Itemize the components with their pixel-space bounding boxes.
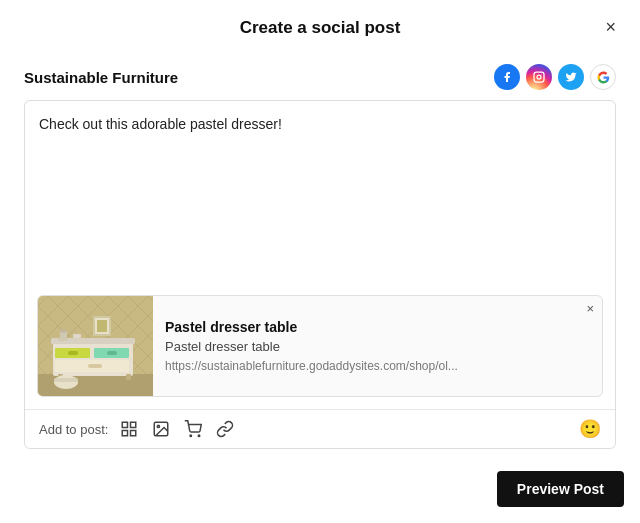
svg-point-2 [541,74,542,75]
post-compose-box[interactable]: Check out this adorable pastel dresser! [24,100,616,449]
product-info: Pastel dresser table Pastel dresser tabl… [153,296,602,396]
product-subtitle: Pastel dresser table [165,339,574,354]
facebook-icon[interactable] [494,64,520,90]
toolbar-icons [118,418,236,440]
svg-rect-28 [123,431,128,436]
cart-icon[interactable] [182,418,204,440]
close-button[interactable]: × [599,16,622,38]
svg-rect-14 [88,364,102,368]
product-card: Pastel dresser table Pastel dresser tabl… [37,295,603,397]
svg-rect-25 [54,378,78,382]
add-to-post-label: Add to post: [39,422,108,437]
svg-rect-29 [131,431,136,436]
svg-rect-12 [107,351,117,355]
svg-rect-27 [131,422,136,427]
svg-point-33 [199,435,201,437]
product-image [38,296,153,396]
svg-rect-16 [126,374,131,380]
post-text-content: Check out this adorable pastel dresser! [39,116,282,132]
svg-rect-23 [97,320,107,332]
product-title: Pastel dresser table [165,319,574,335]
emoji-button[interactable]: 🙂 [579,418,601,440]
svg-rect-0 [534,72,544,82]
brand-row: Sustainable Furniture [24,64,616,90]
svg-point-19 [60,330,67,333]
link-icon[interactable] [214,418,236,440]
add-to-post-group: Add to post: [39,418,236,440]
instagram-icon[interactable] [526,64,552,90]
svg-rect-20 [73,334,81,338]
google-icon[interactable] [590,64,616,90]
post-text-area[interactable]: Check out this adorable pastel dresser! [25,101,615,287]
modal-header: Create a social post × [0,0,640,52]
preview-post-button[interactable]: Preview Post [497,471,624,507]
toolbar-row: Add to post: [25,409,615,448]
svg-rect-26 [123,422,128,427]
social-icons-group [494,64,616,90]
modal-title: Create a social post [240,18,401,38]
product-url: https://sustainablefurniture.godaddysite… [165,359,574,373]
modal-footer: Preview Post [0,459,640,523]
twitter-icon[interactable] [558,64,584,90]
brand-name: Sustainable Furniture [24,69,178,86]
svg-rect-10 [68,351,78,355]
image-icon[interactable] [150,418,172,440]
modal: Create a social post × Sustainable Furni… [0,0,640,523]
svg-point-1 [537,75,541,79]
product-card-close-button[interactable]: × [586,302,594,315]
grid-icon[interactable] [118,418,140,440]
svg-point-32 [190,435,192,437]
modal-body: Sustainable Furniture [0,52,640,459]
svg-point-31 [158,425,160,427]
